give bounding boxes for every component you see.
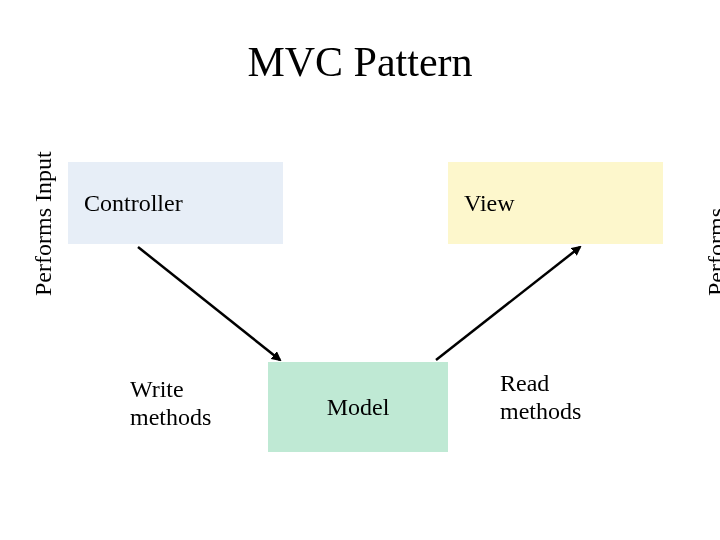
- controller-box: Controller: [68, 162, 283, 244]
- performs-input-label: Performs Input: [30, 151, 57, 296]
- model-box: Model: [268, 362, 448, 452]
- diagram-stage: MVC Pattern Controller View Model Write …: [0, 0, 720, 540]
- read-methods-label: Read methods: [500, 370, 620, 425]
- performs-output-label: Performs Output: [703, 208, 720, 296]
- arrow-model-to-view: [436, 247, 580, 360]
- controller-label: Controller: [84, 190, 183, 217]
- arrow-controller-to-model: [138, 247, 280, 360]
- view-label: View: [464, 190, 515, 217]
- page-title: MVC Pattern: [0, 38, 720, 86]
- view-box: View: [448, 162, 663, 244]
- write-methods-label: Write methods: [130, 376, 250, 431]
- model-label: Model: [327, 394, 390, 421]
